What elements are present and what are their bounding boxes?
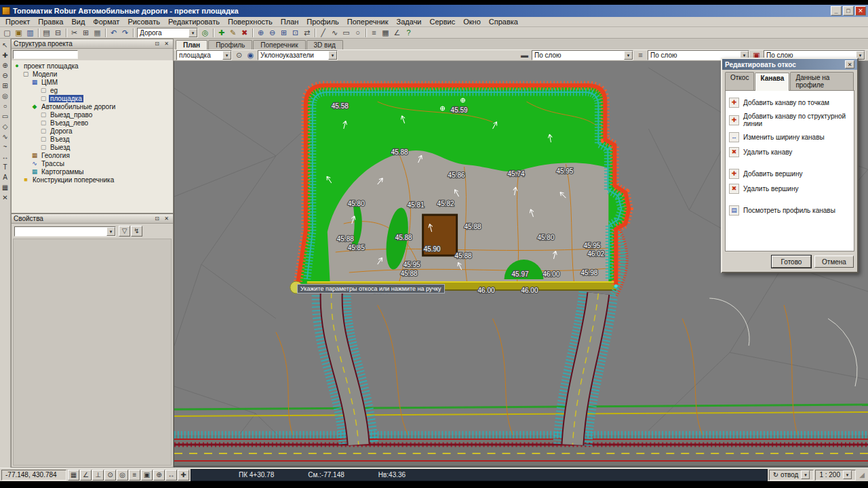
zoom-out-icon[interactable]: ⊖ <box>267 28 278 38</box>
tree-item-3[interactable]: ▢eg <box>13 86 173 94</box>
menu-item-9[interactable]: Поперечник <box>343 18 393 26</box>
chevron-down-icon[interactable]: ▾ <box>222 51 231 60</box>
menu-item-3[interactable]: Формат <box>89 18 123 26</box>
redo-icon[interactable]: ↷ <box>119 28 131 38</box>
zoom-window-icon[interactable]: ⊞ <box>0 81 10 91</box>
cancel-button[interactable]: Отмена <box>814 256 854 268</box>
paste-icon[interactable]: ▦ <box>92 28 103 38</box>
rectangle-icon[interactable]: ▭ <box>0 111 10 121</box>
preview-icon[interactable]: ⊟ <box>52 28 64 38</box>
snap-perpendicular-icon[interactable]: ⊥ <box>92 470 104 481</box>
delete-icon[interactable]: ✖ <box>239 28 250 38</box>
tree-item-8[interactable]: ▢Дорога <box>13 127 173 135</box>
tracking-icon[interactable]: ↔ <box>165 470 177 481</box>
line-style-icon[interactable]: ▬ <box>519 50 530 60</box>
resize-grip[interactable]: ◢ <box>857 471 867 479</box>
dialog-action-4[interactable]: ✚Добавить вершину <box>729 169 850 179</box>
dialog-title-bar[interactable]: Редактировать откос ✕ <box>722 59 857 70</box>
tree-item-4[interactable]: ▢площадка <box>13 94 173 102</box>
erase-icon[interactable]: ✕ <box>0 192 10 203</box>
dialog-action-0[interactable]: ✚Добавить канаву по точкам <box>729 98 850 108</box>
label-icon[interactable]: A <box>0 172 10 182</box>
new-icon[interactable]: ▢ <box>1 28 13 38</box>
tree-item-2[interactable]: ▦ЦММ <box>13 78 173 86</box>
sort-icon[interactable]: ↯ <box>131 226 142 237</box>
circle-icon[interactable]: ○ <box>352 28 363 38</box>
dialog-tab-1[interactable]: Канава <box>755 73 789 91</box>
spline-icon[interactable]: ∿ <box>0 131 10 142</box>
close-button[interactable]: ✕ <box>855 6 866 16</box>
dialog-action-3[interactable]: ✖Удалить канаву <box>729 147 850 157</box>
pin-icon[interactable]: ⊡ <box>153 40 161 47</box>
dialog-tab-0[interactable]: Откос <box>725 72 754 90</box>
edit-icon[interactable]: ✎ <box>227 28 239 38</box>
zoom-out-icon[interactable]: ⊖ <box>0 70 10 81</box>
tree-item-11[interactable]: ▦Геология <box>13 151 173 159</box>
tree-item-14[interactable]: ■Конструкции поперечника <box>13 176 173 184</box>
grip-point[interactable] <box>614 285 618 288</box>
menu-item-1[interactable]: Правка <box>34 18 67 26</box>
chevron-down-icon[interactable]: ▾ <box>106 227 115 236</box>
close-icon[interactable]: ✕ <box>162 215 171 222</box>
pan-hand-icon[interactable]: ✚ <box>0 50 10 60</box>
tree-item-13[interactable]: ▦Картограммы <box>13 167 173 176</box>
chevron-down-icon[interactable]: ▾ <box>843 470 852 479</box>
tab-План[interactable]: План <box>176 40 208 49</box>
dialog-action-6[interactable]: ▤Посмотреть профиль канавы <box>729 205 850 216</box>
chevron-down-icon[interactable]: ▾ <box>189 28 197 37</box>
line-icon[interactable]: ╱ <box>317 28 329 38</box>
copy-icon[interactable]: ⊞ <box>80 28 92 38</box>
dialog-tab-2[interactable]: Данные на профиле <box>790 72 854 90</box>
surface-combo[interactable]: площадка▾ <box>176 50 232 60</box>
road-combo[interactable]: Дорога▾ <box>137 28 198 38</box>
tree-item-12[interactable]: ∿Трассы <box>13 159 173 167</box>
snap-grid-icon[interactable]: ▦ <box>68 470 79 481</box>
snap-center-icon[interactable]: ◎ <box>117 470 128 481</box>
zoom-window-icon[interactable]: ⊞ <box>278 28 290 38</box>
measure-icon[interactable]: ∠ <box>391 28 403 38</box>
layer-combo-1[interactable]: По слою▾ <box>532 50 633 60</box>
menu-item-7[interactable]: План <box>277 18 303 26</box>
zoom-extents-icon[interactable]: ⊡ <box>290 28 301 38</box>
snap-angle-icon[interactable]: ∠ <box>80 470 92 481</box>
tree-item-9[interactable]: ▢Въезд <box>13 135 173 143</box>
tab-Профиль[interactable]: Профиль <box>208 40 252 49</box>
tab-Поперечник[interactable]: Поперечник <box>253 40 305 49</box>
project-panel-header[interactable]: Структура проекта ⊡ ✕ <box>12 39 173 49</box>
hatch-icon[interactable]: ▦ <box>0 182 10 192</box>
menu-item-8[interactable]: Профиль <box>302 18 343 26</box>
chevron-down-icon[interactable]: ▾ <box>624 51 633 60</box>
cut-icon[interactable]: ✂ <box>68 28 80 38</box>
text-icon[interactable]: T <box>0 162 10 172</box>
menu-item-6[interactable]: Поверхность <box>224 18 277 26</box>
close-icon[interactable]: ✕ <box>845 60 854 68</box>
snap-intersection-icon[interactable]: ⊕ <box>153 470 165 481</box>
tree-item-10[interactable]: ▢Выезд <box>13 143 173 151</box>
ortho-icon[interactable]: ≡ <box>129 470 140 481</box>
menu-item-12[interactable]: Окно <box>459 18 485 26</box>
pin-icon[interactable]: ⊡ <box>153 215 161 222</box>
maximize-button[interactable]: □ <box>843 6 854 16</box>
polyline-icon[interactable]: ∿ <box>329 28 340 38</box>
help-icon[interactable]: ? <box>403 28 414 38</box>
dialog-action-1[interactable]: ✚Добавить канаву по структурной линии <box>729 113 850 127</box>
print-icon[interactable]: ▤ <box>41 28 52 38</box>
tree-filter-input[interactable] <box>13 50 78 59</box>
menu-item-4[interactable]: Рисовать <box>123 18 164 26</box>
lock-icon[interactable]: ⊙ <box>233 50 245 60</box>
circle-icon[interactable]: ○ <box>0 101 10 111</box>
snap-node-icon[interactable]: ⊙ <box>104 470 116 481</box>
tab-3D вид[interactable]: 3D вид <box>307 40 343 49</box>
menu-item-11[interactable]: Сервис <box>426 18 460 26</box>
scale-combo[interactable]: 1 : 200 ▾ <box>815 470 856 481</box>
title-bar[interactable]: Топоматик Robur Автомобильные дороги - п… <box>0 5 868 17</box>
visibility-icon[interactable]: ◉ <box>245 50 256 60</box>
chevron-down-icon[interactable]: ▾ <box>328 51 337 60</box>
open-icon[interactable]: ▣ <box>13 28 24 38</box>
menu-item-5[interactable]: Редактировать <box>164 18 224 26</box>
tree-item-7[interactable]: ▢Въезд_лево <box>13 119 173 127</box>
menu-item-2[interactable]: Вид <box>67 18 89 26</box>
layers-icon[interactable]: ≡ <box>368 28 380 38</box>
tree-item-1[interactable]: ▢Модели <box>13 70 173 78</box>
undo-icon[interactable]: ↶ <box>108 28 119 38</box>
